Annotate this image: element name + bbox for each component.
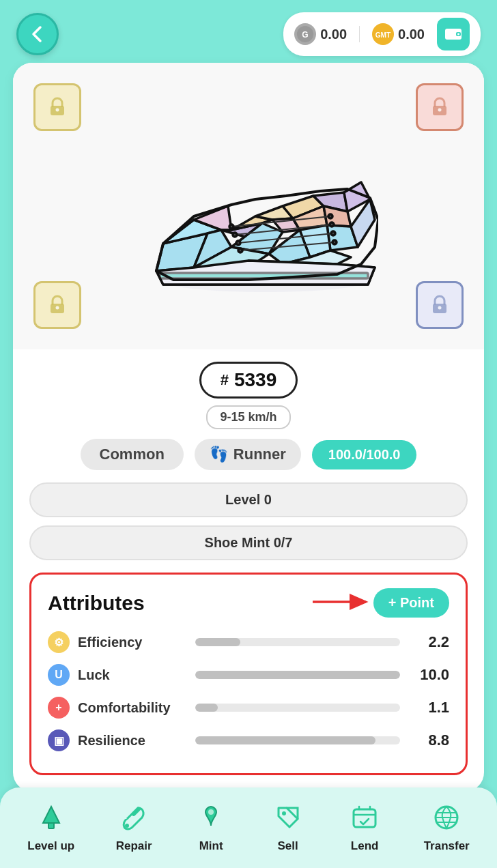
nav-transfer[interactable]: Transfer: [424, 800, 470, 853]
svg-point-49: [332, 240, 337, 244]
attr-value-efficiency: 2.2: [408, 633, 449, 651]
health-tag: 100.0/100.0: [312, 440, 417, 469]
attributes-section: Attributes + Point: [29, 573, 468, 775]
point-btn-wrap: + Point: [373, 588, 449, 618]
svg-point-12: [56, 306, 59, 310]
mint-bar-row: Shoe Mint 0/7: [13, 525, 484, 560]
svg-point-57: [208, 809, 214, 815]
levelup-icon: [33, 800, 69, 835]
lend-icon: [347, 800, 382, 835]
nav-transfer-label: Transfer: [424, 839, 470, 853]
nav-lend[interactable]: Lend: [347, 800, 382, 853]
wallet-button[interactable]: [437, 18, 470, 50]
gmt-value: 0.00: [398, 27, 425, 42]
main-card: # 5339 9-15 km/h Common 👣 Runner 100.0/1…: [13, 63, 484, 792]
svg-point-10: [438, 108, 442, 112]
svg-point-44: [236, 241, 240, 245]
attr-name-luck: Luck: [78, 667, 187, 683]
id-badge-wrap: # 5339: [13, 362, 484, 399]
svg-rect-56: [131, 807, 142, 818]
level-bar: Level 0: [29, 482, 468, 517]
id-badge: # 5339: [199, 362, 298, 399]
attr-bar-fill-luck: [195, 671, 400, 679]
attr-bar-bg-luck: [195, 671, 400, 679]
svg-point-47: [330, 222, 334, 227]
attr-header: Attributes + Point: [48, 588, 449, 618]
svg-marker-53: [43, 807, 59, 823]
attr-row-resilience: ▣Resilience8.8: [48, 729, 449, 751]
attr-name-resilience: Resilience: [78, 733, 187, 749]
attr-icon-luck: U: [48, 664, 70, 686]
lock-slot-top-right[interactable]: [416, 83, 464, 131]
attr-title: Attributes: [48, 592, 145, 615]
attr-row-luck: ULuck10.0: [48, 664, 449, 686]
transfer-icon: [429, 800, 464, 835]
svg-point-46: [328, 214, 332, 218]
type-runner-tag: 👣 Runner: [195, 439, 301, 470]
top-bar: G 0.00 GMT 0.00: [0, 0, 497, 63]
attr-icon-comfort: +: [48, 697, 70, 719]
attr-icon-efficiency: ⚙: [48, 631, 70, 653]
attr-bar-bg-comfort: [195, 704, 400, 712]
mint-bar: Shoe Mint 0/7: [29, 525, 468, 560]
lock-slot-bottom-left[interactable]: [33, 281, 81, 329]
nav-levelup[interactable]: Level up: [27, 800, 74, 853]
nav-mint-label: Mint: [199, 839, 223, 853]
currency-gmt: GMT 0.00: [372, 23, 425, 45]
sneaker-area: [13, 63, 484, 349]
svg-point-58: [282, 811, 286, 815]
attr-bar-fill-efficiency: [195, 638, 240, 646]
svg-point-55: [125, 824, 129, 828]
type-common-tag: Common: [81, 439, 184, 470]
gmt-icon: GMT: [372, 23, 394, 45]
attr-bar-fill-resilience: [195, 736, 375, 744]
svg-point-48: [331, 231, 335, 235]
nav-sell[interactable]: Sell: [270, 800, 306, 853]
gst-value: 0.00: [320, 27, 347, 42]
arrow-icon: [313, 591, 374, 616]
sell-icon: [270, 800, 306, 835]
lock-slot-top-left[interactable]: [33, 83, 81, 131]
gst-icon: G: [294, 23, 316, 45]
svg-point-43: [233, 233, 237, 237]
attr-bar-bg-resilience: [195, 736, 400, 744]
point-button[interactable]: + Point: [373, 588, 449, 618]
attr-bar-bg-efficiency: [195, 638, 400, 646]
speed-tag-wrap: 9-15 km/h: [13, 405, 484, 429]
attr-name-efficiency: Efficiency: [78, 635, 187, 650]
attr-name-comfort: Comfortability: [78, 700, 187, 716]
nav-sell-label: Sell: [278, 839, 298, 853]
sneaker-image: [119, 104, 378, 308]
nav-mint[interactable]: Mint: [193, 800, 229, 853]
level-bar-row: Level 0: [13, 482, 484, 517]
attr-value-luck: 10.0: [408, 666, 449, 684]
type-row: Common 👣 Runner 100.0/100.0: [13, 439, 484, 470]
lock-slot-bottom-right[interactable]: [416, 281, 464, 329]
attr-rows: ⚙Efficiency2.2ULuck10.0+Comfortability1.…: [48, 631, 449, 751]
svg-rect-59: [354, 809, 375, 827]
svg-text:GMT: GMT: [375, 31, 391, 39]
id-number: 5339: [234, 369, 276, 391]
attr-value-comfort: 1.1: [408, 699, 449, 717]
svg-text:G: G: [302, 30, 308, 40]
runner-feet-icon: 👣: [210, 446, 228, 463]
svg-point-14: [438, 306, 442, 310]
runner-label: Runner: [233, 446, 286, 463]
currency-row: G 0.00 GMT 0.00: [283, 12, 481, 56]
nav-levelup-label: Level up: [27, 839, 74, 853]
repair-icon: [116, 800, 152, 835]
back-button[interactable]: [16, 13, 59, 55]
svg-point-8: [56, 108, 59, 112]
attr-value-resilience: 8.8: [408, 732, 449, 749]
svg-point-42: [229, 225, 233, 229]
currency-gst: G 0.00: [294, 23, 347, 45]
attr-bar-fill-comfort: [195, 704, 218, 712]
nav-lend-label: Lend: [351, 839, 379, 853]
nav-repair[interactable]: Repair: [116, 800, 152, 853]
currency-divider: [359, 26, 360, 42]
svg-point-45: [238, 248, 242, 252]
svg-point-6: [457, 33, 459, 35]
speed-tag: 9-15 km/h: [206, 405, 290, 429]
id-hash: #: [221, 371, 229, 389]
mint-icon: [193, 800, 229, 835]
